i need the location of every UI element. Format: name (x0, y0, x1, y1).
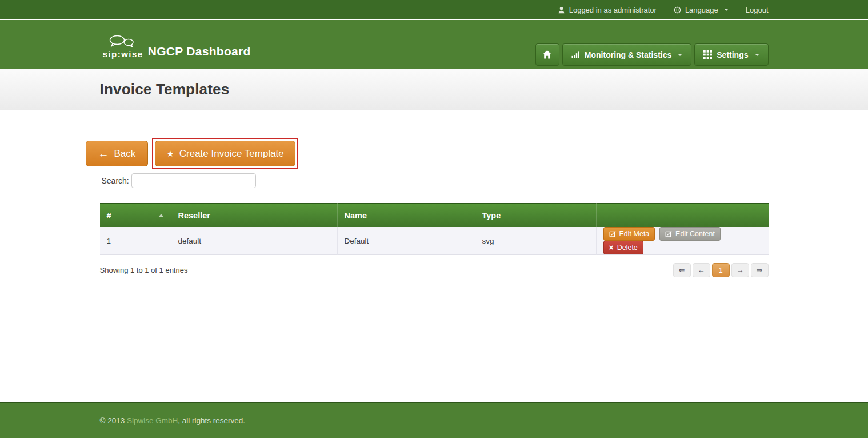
column-header-name[interactable]: Name (338, 203, 475, 227)
top-bar: Logged in as administrator Language Logo… (0, 0, 868, 19)
back-arrow-icon: ← (98, 148, 109, 159)
chevron-down-icon (755, 54, 759, 56)
user-icon (558, 6, 565, 14)
cell-type: svg (475, 227, 597, 255)
pagination-first-button[interactable]: ⇐ (673, 263, 691, 277)
invoice-templates-table-wrap: # Reseller Name Type 1 default (100, 203, 769, 255)
bar-chart-icon (571, 50, 580, 59)
doc-highlight-box: ★ Create Invoice Template (152, 138, 298, 169)
main-nav: Monitoring & Statistics Settings (535, 20, 769, 69)
column-header-type[interactable]: Type (475, 203, 597, 227)
star-icon: ★ (166, 149, 174, 158)
chevron-down-icon (678, 54, 682, 56)
logged-in-label: Logged in as administrator (569, 6, 657, 14)
search-label: Search: (102, 176, 129, 185)
create-invoice-template-button[interactable]: ★ Create Invoice Template (155, 141, 295, 166)
pagination-page-1-button[interactable]: 1 (712, 263, 730, 277)
nav-settings-label: Settings (717, 50, 748, 59)
copyright-suffix: , all rights reserved. (178, 416, 245, 425)
pagination-next-button[interactable]: → (731, 263, 749, 277)
back-button[interactable]: ← Back (86, 141, 149, 166)
pagination-last-button[interactable]: ⇒ (751, 263, 769, 277)
column-header-reseller[interactable]: Reseller (171, 203, 338, 227)
page-heading-band: Invoice Templates (0, 69, 868, 110)
cell-reseller: default (171, 227, 338, 255)
search-row: Search: (100, 173, 769, 188)
cell-id: 1 (100, 227, 171, 255)
sort-ascending-icon (158, 214, 164, 217)
pagination-prev-button[interactable]: ← (693, 263, 710, 277)
table-row: 1 default Default svg Edit Meta (100, 227, 769, 255)
sipwise-logo: sip:wise (103, 35, 143, 58)
page-footer: © 2013 Sipwise GmbH, all rights reserved… (0, 402, 868, 438)
nav-settings[interactable]: Settings (694, 43, 768, 66)
column-header-id[interactable]: # (100, 203, 171, 227)
edit-content-button[interactable]: Edit Content (659, 227, 721, 241)
speech-bubbles-icon (109, 35, 135, 49)
masthead: sip:wise NGCP Dashboard Monitoring & Sta… (0, 20, 868, 69)
column-header-actions (597, 203, 769, 227)
create-button-label: Create Invoice Template (179, 148, 284, 160)
invoice-templates-table: # Reseller Name Type 1 default (100, 203, 769, 255)
table-footer: Showing 1 to 1 of 1 entries ⇐ ← 1 → ⇒ (100, 263, 769, 277)
grid-icon (703, 50, 712, 59)
chevron-down-icon (724, 9, 729, 11)
logged-in-status: Logged in as administrator (558, 6, 657, 14)
home-icon (542, 50, 552, 59)
page: Logged in as administrator Language Logo… (0, 0, 868, 438)
cell-actions: Edit Meta Edit Content × (597, 227, 769, 255)
edit-meta-button[interactable]: Edit Meta (603, 227, 655, 241)
logout-label: Logout (746, 6, 769, 14)
x-icon: × (609, 244, 614, 252)
back-button-label: Back (114, 148, 136, 160)
sipwise-link[interactable]: Sipwise GmbH (127, 416, 178, 425)
toolbar: ← Back ★ Create Invoice Template (86, 138, 769, 169)
main-content: ← Back ★ Create Invoice Template Search: (0, 111, 868, 277)
brand-logo[interactable]: sip:wise NGCP Dashboard (100, 20, 251, 69)
pagination: ⇐ ← 1 → ⇒ (673, 263, 769, 277)
search-input[interactable] (131, 173, 256, 188)
edit-icon (609, 230, 616, 237)
copyright-prefix: © 2013 (100, 416, 127, 425)
brand-product-name: NGCP Dashboard (148, 45, 251, 58)
table-header-row: # Reseller Name Type (100, 203, 769, 227)
cell-name: Default (338, 227, 475, 255)
edit-icon (665, 230, 672, 237)
entries-info: Showing 1 to 1 of 1 entries (100, 266, 188, 274)
globe-icon (674, 6, 681, 14)
nav-monitoring-statistics[interactable]: Monitoring & Statistics (562, 43, 691, 66)
logout-link[interactable]: Logout (746, 6, 769, 14)
nav-monitoring-label: Monitoring & Statistics (585, 50, 671, 59)
brand-sip-text: sip:wise (103, 50, 143, 58)
delete-button[interactable]: × Delete (603, 241, 643, 254)
home-button[interactable] (535, 43, 559, 66)
language-label: Language (685, 6, 718, 14)
page-title: Invoice Templates (100, 69, 769, 110)
language-menu[interactable]: Language (674, 6, 729, 14)
